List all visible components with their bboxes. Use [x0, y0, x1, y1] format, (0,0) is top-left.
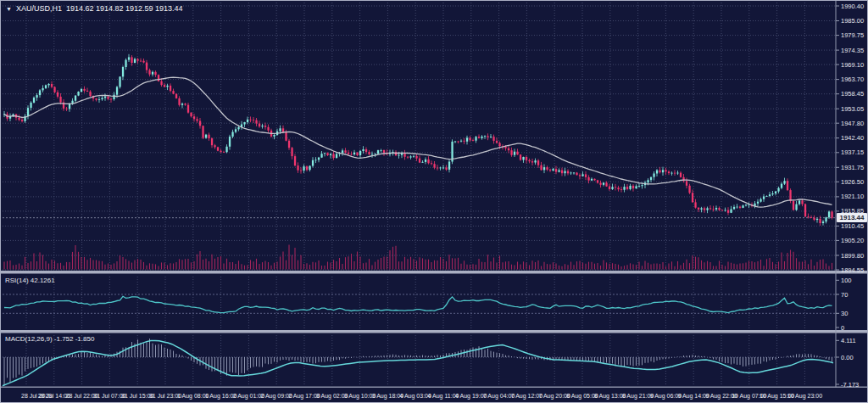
time-axis[interactable]: 28 Jul 202328 Jul 14:0028 Jul 22:0031 Ju…	[21, 393, 822, 400]
rsi-tick-label: 0	[841, 324, 844, 332]
time-tick-label: 10 Aug 23:00	[787, 393, 822, 400]
price-tick-label: 1958.45	[841, 90, 864, 98]
price-tick-label: 1915.85	[841, 207, 864, 215]
macd-layer	[3, 339, 833, 386]
price-tick-label: 1926.50	[841, 178, 864, 186]
price-tick-label: 1905.20	[841, 237, 864, 244]
price-tick-label: 1899.80	[841, 252, 864, 260]
price-tick-label: 1947.80	[841, 120, 864, 127]
price-tick-label: 1969.10	[841, 61, 864, 69]
price-tick-label: 1937.15	[841, 148, 864, 156]
price-tick-label: 1942.40	[841, 134, 864, 142]
price-tick-label: 1910.45	[841, 222, 864, 230]
grid-layer	[3, 3, 835, 385]
rsi-tick-label: 30	[841, 310, 848, 317]
trading-chart-window: 1990.401985.001979.751974.351969.101963.…	[0, 0, 868, 403]
time-tick-label: 4 Aug 03:00	[400, 393, 431, 400]
moving-average-line	[4, 77, 832, 207]
rsi-line	[4, 296, 832, 312]
rsi-tick-label: 70	[841, 291, 848, 299]
price-tick-label: 1974.35	[841, 47, 864, 54]
chart-canvas[interactable]: 1990.401985.001979.751974.351969.101963.…	[1, 1, 868, 403]
macd-tick-label: -7.173	[841, 381, 859, 389]
price-tick-label: 1894.55	[841, 266, 864, 274]
candlestick-layer	[3, 54, 833, 226]
price-tick-label: 1963.70	[841, 76, 864, 83]
macd-tick-label: 0.00	[841, 354, 854, 361]
macd-tick-label: 4.111	[841, 337, 856, 344]
rsi-tick-label: 100	[841, 277, 852, 284]
price-tick-label: 1953.05	[841, 105, 864, 113]
indicator-level-lines	[3, 294, 835, 357]
volume-layer	[4, 245, 832, 270]
price-tick-label: 1979.75	[841, 31, 864, 39]
price-tick-label: 1931.75	[841, 164, 864, 171]
price-tick-label: 1990.40	[841, 3, 864, 10]
price-tick-label: 1985.00	[841, 17, 864, 25]
time-tick-label: 4 Aug 11:00	[428, 393, 459, 400]
price-tick-label: 1921.10	[841, 193, 864, 200]
